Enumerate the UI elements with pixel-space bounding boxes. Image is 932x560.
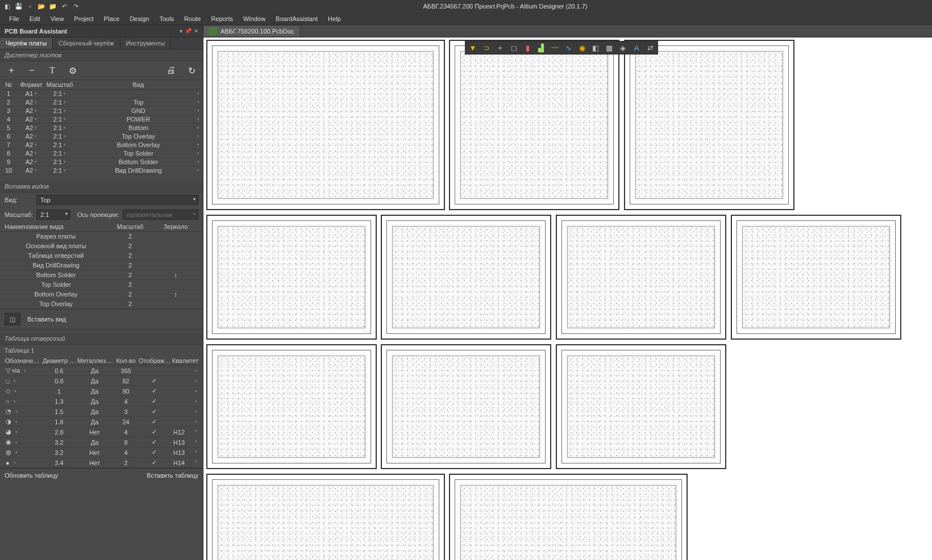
cell-scale-dropdown[interactable]: 2:1▾ — [45, 167, 74, 174]
rect-select-icon[interactable]: ◻ — [509, 43, 519, 53]
hole-symbol[interactable]: ○▾ — [2, 398, 42, 405]
save-icon[interactable]: 💾 — [14, 1, 24, 11]
hole-row[interactable]: ▽ via▾0.6Да365▾ — [0, 366, 203, 376]
hole-row[interactable]: ○▾1.3Да4✓▾ — [0, 396, 203, 407]
checkpoint-icon[interactable]: ◉ — [577, 43, 587, 53]
sheet-row[interactable]: 6A2▾2:1▾Top Overlay▾ — [0, 132, 203, 141]
panel-tab-2[interactable]: Инструменты — [120, 37, 172, 49]
magnet-icon[interactable]: ⊃ — [481, 43, 492, 53]
hole-disp[interactable]: ✓ — [139, 459, 170, 466]
hole-row[interactable]: ◔▾1.5Да3✓▾ — [0, 407, 203, 417]
cell-view-dropdown[interactable]: Top Overlay▾ — [74, 133, 203, 140]
view-row[interactable]: Top Solder2 — [0, 280, 203, 290]
redo-icon[interactable]: ↷ — [70, 1, 81, 11]
sheet-row[interactable]: 2A2▾2:1▾Top▾ — [0, 98, 203, 107]
hole-row[interactable]: ◍▾3.2Нет4✓H13▾ — [0, 448, 203, 458]
drawing-sheet-thumb[interactable] — [381, 344, 551, 469]
drawing-sheet-thumb[interactable] — [731, 215, 901, 340]
cell-scale-dropdown[interactable]: 2:1▾ — [45, 158, 74, 165]
sheet-row[interactable]: 3A2▾2:1▾GND▾ — [0, 107, 203, 115]
sheet-row[interactable]: 9A2▾2:1▾Bottom Solder▾ — [0, 158, 203, 166]
hole-disp[interactable]: ✓ — [139, 428, 170, 436]
hole-qual-dropdown[interactable]: ▾ — [170, 379, 201, 383]
panel-tab-0[interactable]: Чертёж платы — [0, 37, 53, 49]
new-icon[interactable]: ▫ — [25, 1, 35, 11]
undo-icon[interactable]: ↶ — [59, 1, 69, 11]
document-tab[interactable]: АВБГ.758200.100.PcbDoc — [203, 26, 300, 36]
view-row[interactable]: Top Overlay2 — [0, 299, 203, 309]
drawing-sheet-thumb[interactable] — [381, 215, 551, 340]
menu-file[interactable]: File — [5, 14, 24, 23]
stairs-icon[interactable]: ▟ — [536, 43, 546, 53]
grid-icon[interactable]: ▦ — [604, 43, 614, 53]
sheet-row[interactable]: 1A1▾2:1▾▾ — [0, 90, 203, 98]
arrows-icon[interactable]: ⇄ — [645, 43, 655, 53]
menu-boardassistant[interactable]: BoardAssistant — [271, 14, 322, 23]
cell-scale-dropdown[interactable]: 2:1▾ — [45, 124, 74, 131]
cell-scale-dropdown[interactable]: 2:1▾ — [45, 99, 74, 106]
plus-crosshair-icon[interactable]: + — [495, 43, 505, 53]
drawing-sheet-thumb[interactable] — [206, 215, 377, 340]
drawing-sheet-thumb[interactable] — [206, 344, 377, 469]
menu-edit[interactable]: Edit — [25, 14, 45, 23]
update-table-button[interactable]: Обновить таблицу — [5, 472, 58, 479]
filter-icon[interactable]: ▼ — [468, 43, 478, 53]
view-dropdown[interactable]: Top — [36, 195, 198, 205]
hole-disp[interactable]: ✓ — [139, 398, 170, 405]
cell-format-dropdown[interactable]: A2▾ — [17, 133, 45, 140]
menu-tools[interactable]: Tools — [155, 14, 178, 23]
cell-format-dropdown[interactable]: A2▾ — [17, 158, 45, 165]
folder-icon[interactable]: 📁 — [48, 1, 58, 11]
view-row[interactable]: Таблица отверстий2 — [0, 251, 203, 261]
cell-view-dropdown[interactable]: Top▾ — [74, 99, 203, 106]
panel-pin-icon[interactable]: 📌 — [185, 28, 192, 34]
menu-help[interactable]: Help — [323, 14, 346, 23]
hole-qual-dropdown[interactable]: ▾ — [170, 389, 201, 394]
cell-scale-dropdown[interactable]: 2:1▾ — [45, 133, 74, 140]
hole-qual-dropdown[interactable]: H13▾ — [170, 449, 201, 456]
hole-qual-dropdown[interactable]: H13▾ — [170, 439, 201, 446]
refresh-icon[interactable]: ↻ — [185, 64, 198, 77]
hole-disp[interactable]: ✓ — [139, 408, 170, 415]
drawing-sheet-thumb[interactable] — [206, 40, 445, 210]
cell-view-dropdown[interactable]: GND▾ — [74, 107, 203, 114]
cell-format-dropdown[interactable]: A2▾ — [17, 167, 45, 174]
sheet-row[interactable]: 10A2▾2:1▾Вид DrillDrawing▾ — [0, 166, 203, 175]
hole-row[interactable]: □▾0.8Да82✓▾ — [0, 376, 203, 386]
hole-symbol[interactable]: ◇▾ — [2, 387, 42, 395]
drawing-sheet-thumb[interactable] — [206, 474, 445, 560]
hole-symbol[interactable]: ●▾ — [2, 459, 42, 466]
sheet-row[interactable]: 5A2▾2:1▾Bottom▾ — [0, 124, 203, 132]
cell-scale-dropdown[interactable]: 2:1▾ — [45, 141, 74, 148]
hole-qual-dropdown[interactable]: ▾ — [170, 369, 201, 373]
drawing-sheet-thumb[interactable] — [449, 474, 688, 560]
view-row[interactable]: Вид DrillDrawing2 — [0, 261, 203, 270]
hole-row[interactable]: ◇▾1Да80✓▾ — [0, 386, 203, 396]
sheet-row[interactable]: 7A2▾2:1▾Bottom Overlay▾ — [0, 141, 203, 149]
cell-format-dropdown[interactable]: A2▾ — [17, 107, 45, 114]
cell-view-dropdown[interactable]: POWER▾ — [74, 116, 203, 123]
menu-route[interactable]: Route — [180, 14, 205, 23]
hole-row[interactable]: ◉▾3.2Да8✓H13▾ — [0, 437, 203, 448]
polyline-icon[interactable]: 〰 — [550, 43, 560, 53]
hole-qual-dropdown[interactable]: ▾ — [170, 420, 201, 424]
drawings-canvas[interactable]: ▼⊃+◻▮▟〰∿◉◧▦◈A⇄ — [203, 37, 932, 560]
hole-disp[interactable]: ✓ — [139, 377, 170, 385]
insert-table-button[interactable]: Вставить таблицу — [147, 472, 198, 479]
view-row[interactable]: Bottom Overlay2↕ — [0, 290, 203, 299]
plus-icon[interactable]: + — [5, 64, 18, 77]
view-row[interactable]: Bottom Solder2↕ — [0, 270, 203, 280]
hole-symbol[interactable]: ◔▾ — [2, 408, 42, 415]
panel-close-icon[interactable]: ✕ — [194, 28, 198, 34]
hole-symbol[interactable]: ◉▾ — [2, 438, 42, 446]
hole-qual-dropdown[interactable]: H14▾ — [170, 459, 201, 466]
print-icon[interactable]: 🖨 — [164, 64, 178, 77]
hole-qual-dropdown[interactable]: ▾ — [170, 399, 201, 404]
hole-disp[interactable]: ✓ — [139, 438, 170, 446]
cell-view-dropdown[interactable]: Top Solder▾ — [74, 150, 203, 157]
menu-view[interactable]: View — [46, 14, 69, 23]
hole-row[interactable]: ◕▾2.8Нет4✓H12▾ — [0, 427, 203, 437]
cell-format-dropdown[interactable]: A2▾ — [17, 99, 45, 106]
chart-icon[interactable]: ▮ — [522, 43, 532, 53]
cell-format-dropdown[interactable]: A2▾ — [17, 141, 45, 148]
